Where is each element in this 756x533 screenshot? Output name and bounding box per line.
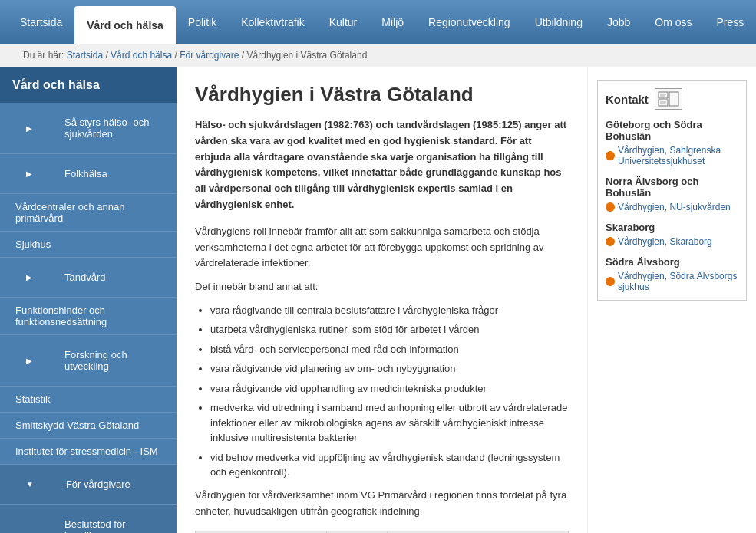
data-table: Vårdhygienisk enhet Område Innefattar fö… [195,531,569,533]
nav-politik[interactable]: Politik [176,0,229,44]
nav-miljo[interactable]: Miljö [369,0,416,44]
orange-dot-icon [606,237,615,246]
breadcrumb-current: Vårdhygien i Västra Götaland [247,50,368,61]
sidebar-item-sa-styrs[interactable]: ▶Så styrs hälso- och sjukvården [0,103,177,154]
sidebar-item-smittskydd[interactable]: Smittskydd Västra Götaland [0,413,177,439]
nav-jobb[interactable]: Jobb [595,0,642,44]
svg-rect-1 [659,100,668,106]
region-link-label-norra: Vårdhygien, NU-sjukvården [618,202,731,212]
body-para-3: Vårdhygien för vårdverksamhet inom VG Pr… [195,488,569,520]
nav-kultur[interactable]: Kultur [317,0,370,44]
nav-vard-och-halsa[interactable]: Vård och hälsa [74,6,176,44]
breadcrumb-startsida[interactable]: Startsida [67,50,103,61]
region-title-goteborg: Göteborg och Södra Bohuslän [606,119,738,142]
sidebar-item-folkhalsa[interactable]: ▶Folkhälsa [0,154,177,194]
breadcrumb-vard-och-halsa[interactable]: Vård och hälsa [111,50,172,61]
orange-dot-icon [606,277,615,286]
bullet-list: vara rådgivande till centrala beslutsfat… [210,303,569,480]
orange-dot-icon [606,151,615,160]
sidebar-item-tandvard[interactable]: ▶Tandvård [0,258,177,298]
sidebar-item-funktionshinder[interactable]: Funktionshinder och funktionsnedsättning [0,298,177,335]
svg-rect-0 [659,92,668,98]
kontakt-label: Kontakt [606,93,649,106]
content-area: Vårdhygien i Västra Götaland Hälso- och … [177,67,587,533]
list-item: vara rådgivande till centrala beslutsfat… [210,303,569,318]
sidebar-item-for-vardgivare[interactable]: ▼För vårdgivare [0,465,177,505]
main-navigation: Startsida Vård och hälsa Politik Kollekt… [0,0,756,44]
region-title-skaraborg: Skaraborg [606,222,738,233]
sidebar-item-stressmedicin[interactable]: Institutet för stressmedicin - ISM [0,439,177,465]
breadcrumb-label: Du är här: [23,50,64,61]
region-skaraborg: Skaraborg Vårdhygien, Skaraborg [606,222,738,247]
sidebar-item-sjukhus[interactable]: Sjukhus [0,232,177,258]
nav-kollektivtrafik[interactable]: Kollektivtrafik [229,0,316,44]
sidebar-item-beslutstod[interactable]: ▶Beslutstöd för handlingsprogram mot öve… [0,505,177,533]
list-item: medverka vid utredning i samband med anh… [210,400,569,446]
list-item: vid behov medverka vid uppföljning av vå… [210,450,569,480]
body-para-2: Det innebär bland annat att: [195,279,569,295]
svg-rect-2 [669,92,678,106]
nav-press[interactable]: Press [705,0,756,44]
region-title-norra: Norra Älvsborg och Bohuslän [606,176,738,199]
body-para-1: Vårdhygiens roll innebär framför allt at… [195,224,569,271]
list-item: utarbeta vårdhygieniska rutiner, som stö… [210,322,569,337]
nav-regionutveckling[interactable]: Regionutveckling [416,0,523,44]
region-link-norra[interactable]: Vårdhygien, NU-sjukvården [606,202,738,212]
sidebar-item-vardcentraler[interactable]: Vårdcentraler och annan primärvård [0,194,177,232]
orange-dot-icon [606,202,615,212]
list-item: vara rådgivande vid planering av om- och… [210,361,569,377]
sidebar: Vård och hälsa ▶Så styrs hälso- och sjuk… [0,67,177,533]
nav-om-oss[interactable]: Om oss [642,0,704,44]
region-link-label-skaraborg: Vårdhygien, Skaraborg [618,236,712,247]
list-item: vara rådgivande vid upphandling av medic… [210,381,569,396]
sidebar-item-forskning[interactable]: ▶Forskning och utveckling [0,335,177,387]
region-goteborg: Göteborg och Södra Bohuslän Vårdhygien, … [606,119,738,166]
right-sidebar: Kontakt Göteborg och Södra Bohuslän [587,67,756,533]
region-link-label-sodra: Vårdhygien, Södra Älvsborgs sjukhus [618,271,738,292]
nav-startsida[interactable]: Startsida [8,0,74,44]
region-link-label-goteborg: Vårdhygien, Sahlgrenska Universitetssjuk… [618,145,738,166]
region-link-goteborg[interactable]: Vårdhygien, Sahlgrenska Universitetssjuk… [606,145,738,166]
region-title-sodra: Södra Älvsborg [606,256,738,268]
nav-utbildning[interactable]: Utbildning [523,0,595,44]
kontakt-icon [655,88,682,110]
breadcrumb: Du är här: Startsida / Vård och hälsa / … [0,44,756,67]
region-link-skaraborg[interactable]: Vårdhygien, Skaraborg [606,236,738,247]
breadcrumb-for-vardgivare[interactable]: För vårdgivare [180,50,239,61]
sidebar-item-statistik[interactable]: Statistik [0,387,177,413]
region-norra-alvsborg: Norra Älvsborg och Bohuslän Vårdhygien, … [606,176,738,212]
sidebar-title: Vård och hälsa [0,67,177,103]
list-item: bistå vård- och servicepersonal med råd … [210,342,569,357]
intro-paragraph: Hälso- och sjukvårdslagen (1982:763) och… [195,117,569,213]
region-link-sodra[interactable]: Vårdhygien, Södra Älvsborgs sjukhus [606,271,738,292]
page-title: Vårdhygien i Västra Götaland [195,83,569,107]
main-layout: Vård och hälsa ▶Så styrs hälso- och sjuk… [0,67,756,533]
kontakt-box: Kontakt Göteborg och Södra Bohuslän [597,80,747,301]
kontakt-title: Kontakt [606,88,738,110]
region-sodra-alvsborg: Södra Älvsborg Vårdhygien, Södra Älvsbor… [606,256,738,292]
